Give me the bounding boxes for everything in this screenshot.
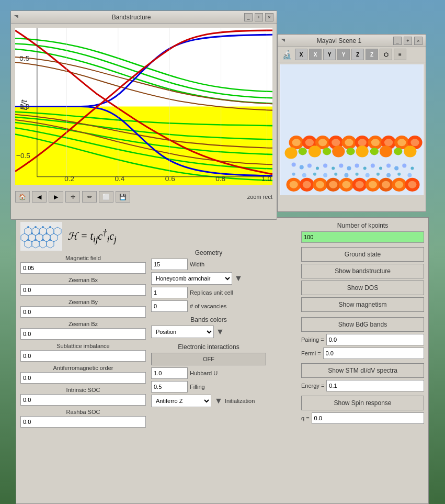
svg-point-38 — [284, 147, 297, 159]
svg-point-23 — [318, 139, 327, 146]
magnetic-field-input[interactable] — [20, 262, 146, 274]
bands-colors-select[interactable]: Position Spin Sublattice — [151, 326, 214, 338]
show-bandstructure-button[interactable]: Show bandstructure — [301, 264, 424, 278]
mayavi-scene-btn[interactable]: ≡ — [394, 49, 406, 60]
energy-input[interactable] — [326, 380, 424, 391]
mayavi-window: Mayavi Scene 1 _ + × 🔬 X X Y Y Z Z ⬡ ≡ — [277, 34, 426, 212]
band-home-btn[interactable]: 🏠 — [15, 191, 30, 203]
mayavi-z2-btn[interactable]: Z — [366, 49, 378, 60]
band-minimize[interactable]: _ — [244, 13, 253, 21]
mayavi-close[interactable]: × — [414, 37, 423, 45]
svg-point-37 — [410, 139, 419, 146]
show-magnetism-button[interactable]: Show magnetism — [301, 297, 424, 312]
band-zoom-btn[interactable]: ✛ — [65, 191, 80, 203]
bands-colors-label: Bands colors — [151, 316, 266, 323]
band-collapse-icon[interactable] — [14, 15, 18, 19]
pairing-input[interactable] — [326, 334, 424, 345]
filling-input[interactable] — [151, 381, 188, 393]
svg-point-122 — [49, 239, 51, 241]
svg-point-120 — [35, 239, 37, 241]
svg-text:0.4: 0.4 — [115, 175, 125, 183]
zeeman-by-input[interactable] — [20, 306, 146, 318]
mayavi-minimize[interactable]: _ — [393, 37, 402, 45]
band-back-btn[interactable]: ◀ — [32, 191, 47, 203]
svg-point-46 — [380, 145, 392, 157]
mayavi-3d-btn[interactable]: ⬡ — [380, 49, 392, 60]
ground-state-button[interactable]: Ground state — [301, 247, 424, 262]
hamiltonian-formula: ℋ = tijc†icj — [67, 228, 117, 245]
honeycomb-dropdown-icon: ▼ — [234, 274, 243, 283]
svg-point-116 — [31, 232, 33, 234]
band-svg: 0.5 0.0 −0.5 E/t 0.2 0.4 0.6 0.8 1.0 — [15, 28, 272, 185]
svg-point-52 — [316, 167, 319, 170]
main-app-window: ℋ = tijc†icj Magnetic field Zeeman Bx Ze… — [16, 217, 429, 504]
toggle-off[interactable]: OFF — [151, 353, 266, 365]
afm-input[interactable] — [20, 372, 146, 384]
svg-point-88 — [356, 181, 364, 188]
mayavi-title: Mayavi Scene 1 — [285, 37, 393, 44]
svg-point-27 — [345, 139, 353, 146]
vacancies-row: # of vacancies — [151, 300, 266, 312]
rashba-soc-input[interactable] — [20, 416, 146, 428]
svg-point-33 — [384, 139, 393, 146]
mayavi-toolbar: 🔬 X X Y Y Z Z ⬡ ≡ — [278, 47, 426, 62]
show-bdg-button[interactable]: Show BdG bands — [301, 317, 424, 332]
mayavi-y2-btn[interactable]: Y — [337, 49, 350, 60]
kpoints-input[interactable] — [301, 231, 424, 243]
show-spin-button[interactable]: Show Spin response — [301, 396, 424, 410]
fermi-input[interactable] — [323, 348, 424, 359]
band-maximize[interactable]: + — [255, 13, 263, 21]
mayavi-collapse-icon[interactable] — [281, 39, 285, 43]
svg-point-80 — [303, 181, 311, 188]
band-subplot-btn[interactable]: ⬜ — [99, 191, 113, 203]
svg-text:0.8: 0.8 — [215, 175, 225, 183]
zeeman-by-label: Zeeman By — [20, 299, 146, 305]
svg-text:0.5: 0.5 — [19, 54, 29, 62]
q-label: q = — [301, 415, 310, 421]
mayavi-z1-btn[interactable]: Z — [351, 49, 364, 60]
band-controls: _ + × — [244, 13, 273, 21]
svg-point-82 — [316, 181, 324, 188]
svg-point-58 — [363, 167, 367, 170]
sublattice-input[interactable] — [20, 350, 146, 362]
mayavi-y1-btn[interactable]: Y — [323, 49, 336, 60]
band-forward-btn[interactable]: ▶ — [49, 191, 63, 203]
svg-point-96 — [408, 181, 416, 188]
mayavi-controls: _ + × — [393, 37, 423, 45]
svg-point-50 — [300, 165, 304, 170]
svg-point-40 — [309, 145, 321, 157]
vacancies-input[interactable] — [151, 300, 188, 312]
mayavi-x1-btn[interactable]: X — [295, 49, 307, 60]
zeeman-bx-input[interactable] — [20, 284, 146, 296]
band-edit-btn[interactable]: ✏ — [82, 191, 97, 203]
svg-point-21 — [305, 139, 314, 146]
energy-label: Energy = — [301, 383, 324, 389]
width-input[interactable] — [151, 259, 188, 270]
intrinsic-soc-input[interactable] — [20, 394, 146, 406]
show-stm-button[interactable]: Show STM dI/dV spectra — [301, 363, 424, 378]
geometry-label: Geometry — [151, 249, 266, 256]
initialization-select[interactable]: Antiferro Z Ferro Random — [151, 395, 211, 407]
mayavi-x2-btn[interactable]: X — [309, 49, 322, 60]
replicas-input[interactable] — [151, 287, 188, 298]
initialization-label: Initialization — [225, 398, 255, 404]
svg-point-74 — [386, 173, 391, 177]
band-toolbar: 🏠 ◀ ▶ ✛ ✏ ⬜ 💾 zoom rect — [11, 189, 277, 205]
energy-row: Energy = — [301, 380, 424, 391]
q-input[interactable] — [312, 412, 424, 424]
svg-rect-97 — [20, 222, 62, 251]
zeeman-bz-input[interactable] — [20, 328, 146, 340]
band-close[interactable]: × — [265, 13, 273, 21]
svg-point-61 — [386, 164, 391, 168]
svg-point-112 — [27, 226, 29, 228]
hubbard-input[interactable] — [151, 367, 188, 379]
mayavi-maximize[interactable]: + — [404, 37, 412, 45]
band-save-btn[interactable]: 💾 — [116, 191, 130, 203]
svg-point-51 — [307, 164, 312, 168]
show-dos-button[interactable]: Show DOS — [301, 281, 424, 295]
svg-text:0.6: 0.6 — [165, 175, 175, 183]
honeycomb-select[interactable]: Honeycomb armchair Honeycomb zigzag Squa… — [151, 272, 232, 285]
right-controls: Number of kpoints Ground state Show band… — [301, 222, 424, 426]
q-row: q = — [301, 412, 424, 424]
svg-text:1.0: 1.0 — [261, 175, 271, 183]
